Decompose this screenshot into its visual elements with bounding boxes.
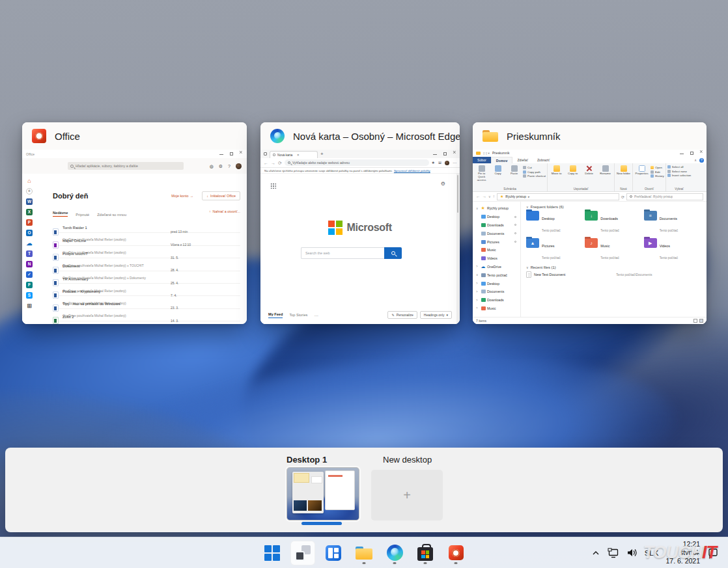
- close-icon[interactable]: [699, 152, 703, 156]
- tab-view[interactable]: Zobraziť: [533, 157, 554, 163]
- network-icon[interactable]: [608, 548, 619, 558]
- nav-music[interactable]: Music: [476, 246, 520, 254]
- file-row[interactable]: DokumentOneDrive používateľa Michal Reit…: [53, 258, 240, 270]
- more-icon[interactable]: ⋯: [453, 161, 456, 165]
- restore-icon[interactable]: [229, 152, 233, 156]
- nav-onedrive[interactable]: >☁OneDrive: [476, 263, 520, 271]
- new-folder-button[interactable]: New folder: [616, 165, 631, 176]
- excel-icon[interactable]: X: [26, 209, 33, 215]
- file-row[interactable]: Podpis touchITOneDrive používateľa Micha…: [53, 245, 240, 258]
- office-search-input[interactable]: Hľadať aplikácie, súbory, šablóny a ďalš…: [68, 162, 184, 170]
- minimize-icon[interactable]: [433, 152, 437, 156]
- tray-chevron-up-icon[interactable]: [591, 548, 600, 558]
- frequent-folders-header[interactable]: ∨Frequent folders (6): [526, 205, 703, 209]
- collections-icon[interactable]: ⊞: [438, 161, 441, 165]
- select-none-button[interactable]: Select none: [667, 170, 692, 173]
- word-icon[interactable]: W: [26, 198, 33, 205]
- tab-actions-icon[interactable]: [264, 152, 267, 156]
- all-apps-icon[interactable]: ⊞: [26, 303, 33, 309]
- scrollbar[interactable]: [456, 174, 459, 324]
- edge-button[interactable]: [382, 541, 407, 565]
- teams-icon[interactable]: T: [26, 250, 33, 257]
- copy-button[interactable]: Copy: [490, 165, 505, 176]
- maximize-icon[interactable]: [690, 152, 693, 156]
- help-icon[interactable]: ?: [228, 164, 231, 169]
- tab-file[interactable]: Súbor: [473, 157, 491, 163]
- edge-tab[interactable]: Nová karta ×: [270, 151, 318, 158]
- details-view-icon[interactable]: [693, 319, 697, 323]
- language-indicator[interactable]: SLK: [645, 549, 659, 557]
- todo-icon[interactable]: ✓: [26, 271, 33, 278]
- nav-downloads[interactable]: Downloads: [476, 221, 520, 230]
- file-explorer-button[interactable]: [352, 541, 376, 565]
- file-row[interactable]: Zošit 2OneDrive používateľa Michal Reite…: [53, 308, 240, 321]
- tab-shared[interactable]: Zdieľané so mnou: [97, 213, 126, 217]
- back-icon[interactable]: ←: [264, 161, 268, 165]
- headings-only-select[interactable]: Headings only▾: [420, 311, 452, 319]
- tab-home[interactable]: Domov: [491, 157, 513, 163]
- help-icon[interactable]: ?: [699, 158, 704, 163]
- rename-button[interactable]: Rename: [598, 165, 613, 176]
- quick-access-toolbar[interactable]: ▯ ▯ ▾: [483, 152, 490, 155]
- folder-tile-pictures[interactable]: ▲PicturesTento počítač: [526, 238, 585, 262]
- profile-avatar[interactable]: [445, 161, 449, 165]
- file-row[interactable]: Majteľ OnLineOneDrive používateľa Michal…: [53, 232, 240, 245]
- nav-pc-downloads[interactable]: >Downloads: [476, 296, 520, 304]
- recent-files-header[interactable]: ∨Recent files (1): [526, 265, 703, 269]
- minimize-ribbon-icon[interactable]: ∧: [694, 158, 697, 162]
- up-icon[interactable]: ↑: [493, 195, 495, 199]
- history-button[interactable]: History: [651, 174, 664, 178]
- nav-pictures[interactable]: Pictures: [476, 237, 520, 246]
- desktop-1-label[interactable]: Desktop 1: [287, 455, 327, 465]
- close-icon[interactable]: [239, 152, 243, 156]
- store-button[interactable]: [413, 541, 438, 565]
- edit-button[interactable]: Edit: [651, 170, 664, 174]
- feed-tab-top-stories[interactable]: Top Stories: [289, 313, 307, 317]
- feed-tab-my-feed[interactable]: My Feed: [268, 312, 283, 318]
- powerpoint-icon[interactable]: P: [26, 219, 33, 226]
- upload-open-button[interactable]: ↑ Nahrať a otvoriť...: [209, 210, 240, 213]
- window-explorer[interactable]: Prieskumník ▯ ▯ ▾ Prieskumník Súbor Domo…: [473, 122, 707, 324]
- task-view-button[interactable]: [290, 541, 315, 565]
- recent-file-row[interactable]: New Text Document Tento počítač\Document…: [526, 271, 703, 278]
- copy-path-button[interactable]: Copy path: [523, 170, 546, 174]
- file-row[interactable]: Tomb Raider 1OneDrive používateľa Michal…: [53, 220, 240, 232]
- new-tab-icon[interactable]: +: [320, 152, 324, 157]
- top-sites-grid-icon[interactable]: [270, 183, 276, 189]
- tab-pinned[interactable]: Pripnuté: [76, 213, 89, 217]
- tab-close-icon[interactable]: ×: [297, 153, 315, 157]
- web-search-button[interactable]: [384, 247, 402, 259]
- new-desktop-tile[interactable]: +: [371, 470, 443, 521]
- copy-to-button[interactable]: Copy to: [565, 165, 580, 176]
- move-to-button[interactable]: Move to: [549, 165, 564, 176]
- forms-icon[interactable]: F: [26, 282, 33, 288]
- nav-desktop[interactable]: Desktop: [476, 213, 520, 221]
- install-office-button[interactable]: ↓ Inštalovať Office: [202, 191, 240, 200]
- office-button[interactable]: [443, 541, 468, 565]
- paste-button[interactable]: Paste: [507, 165, 522, 176]
- refresh-icon[interactable]: ⟳: [621, 195, 624, 199]
- minimize-icon[interactable]: [219, 152, 223, 156]
- home-icon[interactable]: ⌂: [26, 178, 33, 184]
- back-icon[interactable]: ←: [476, 195, 481, 199]
- desktop-1-thumbnail[interactable]: [287, 467, 359, 521]
- close-icon[interactable]: [453, 152, 456, 156]
- folder-tile-music[interactable]: ♪MusicTento počítač: [585, 238, 643, 262]
- thumbnails-view-icon[interactable]: [699, 319, 703, 323]
- select-all-button[interactable]: Select all: [667, 165, 692, 169]
- volume-icon[interactable]: [626, 548, 637, 558]
- folder-tile-documents[interactable]: ≡DocumentsTento počítač: [644, 211, 703, 234]
- new-desktop-label[interactable]: New desktop: [383, 455, 432, 465]
- create-icon[interactable]: +: [26, 188, 33, 195]
- window-office[interactable]: Office Office Hľadať aplikácie, súbory, …: [22, 122, 247, 324]
- nav-quick-access[interactable]: ∨★Rýchly prístup: [476, 204, 520, 213]
- forward-icon[interactable]: →: [271, 161, 275, 165]
- tab-share[interactable]: Zdieľať: [512, 157, 532, 163]
- pin-to-quick-access-button[interactable]: Pin to Quick access: [474, 165, 489, 182]
- my-account-link[interactable]: Moje konto →: [171, 194, 193, 198]
- open-button[interactable]: Open: [651, 166, 664, 169]
- minimize-icon[interactable]: [680, 152, 684, 156]
- nav-videos[interactable]: Videos: [476, 254, 520, 263]
- invert-selection-button[interactable]: Invert selection: [667, 174, 692, 177]
- onenote-icon[interactable]: N: [26, 261, 33, 267]
